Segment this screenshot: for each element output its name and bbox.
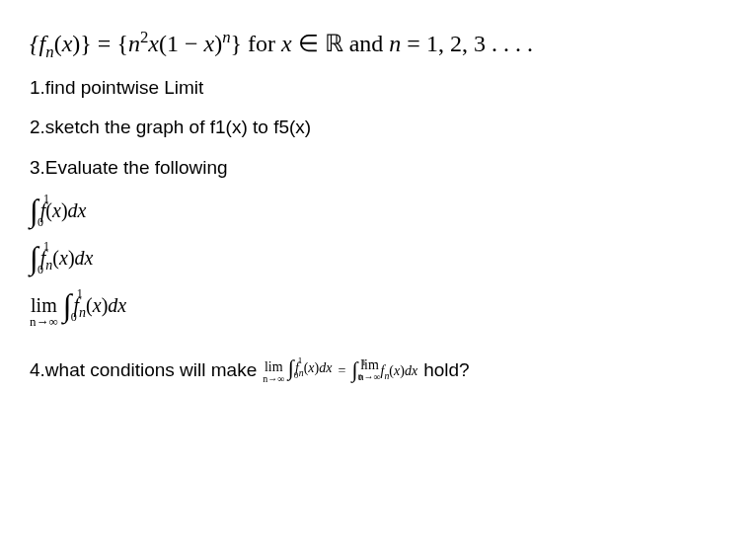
limit-block: lim n→∞ [263,360,284,384]
integral-icon: ∫10 [30,242,38,274]
def-and: and [349,31,390,56]
q4-rhs: ∫10 lim n→∞ fn(x)dx [351,358,417,383]
integral-icon: ∫10 [288,357,294,379]
integral-f: ∫10 f(x)dx [30,195,726,228]
question-4-pre: 4.what conditions will make [30,357,257,384]
limit-integral-fn: lim n→∞ ∫10 fn(x)dx [30,289,726,328]
question-3: 3.Evaluate the following [30,155,726,182]
integral-icon: ∫10 [30,195,38,226]
def-rhs: {n2x(1 − x)n} [116,31,242,56]
def-xin: x ∈ ℝ [281,31,343,56]
q4-eq: = [338,361,345,381]
question-4-post: hold? [423,357,470,384]
question-1: 1.find pointwise Limit [30,75,726,102]
integral-fn: ∫10 fn(x)dx [30,242,726,275]
integral-icon: ∫10 [63,289,72,321]
def-ncond: n = 1, 2, 3 . . . . [389,31,533,56]
question-4-row: 4.what conditions will make lim n→∞ ∫10 … [30,357,726,384]
sequence-definition: {fn(x)} = {n2x(1 − x)n} for x ∈ ℝ and n … [30,28,726,61]
def-lhs: {fn(x)} [30,31,92,56]
integral-icon: ∫10 [351,359,357,381]
limit-block: lim n→∞ [30,295,58,328]
question-2: 2.sketch the graph of f1(x) to f5(x) [30,115,726,141]
def-eq: = [98,31,117,56]
def-for: for [248,31,281,56]
q4-lhs: lim n→∞ ∫10 fn(x)dx [263,357,332,384]
